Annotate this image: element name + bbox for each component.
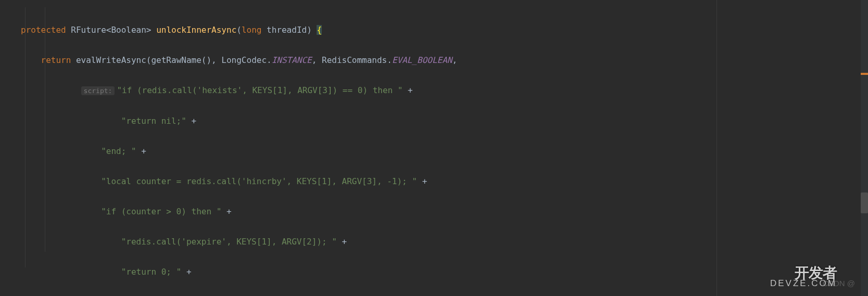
string-literal: "return 0; " xyxy=(121,267,182,277)
method-getrawname: getRawName xyxy=(151,55,201,65)
string-literal: "redis.call('pexpire', KEYS[1], ARGV[2])… xyxy=(121,237,337,247)
code-line[interactable]: script:"if (redis.call('hexists', KEYS[1… xyxy=(21,83,868,98)
parameter-hint-script: script: xyxy=(81,86,115,95)
string-literal: "end; " xyxy=(101,146,136,156)
keyword-long: long xyxy=(242,25,262,35)
code-line[interactable]: protected RFuture<Boolean> unlockInnerAs… xyxy=(21,22,868,37)
method-unlockinnerasync: unlockInnerAsync xyxy=(156,25,236,35)
param-threadid: threadId xyxy=(267,25,307,35)
minimap-scrollbar[interactable] xyxy=(861,0,868,296)
field-instance: INSTANCE xyxy=(272,55,312,65)
string-literal: "if (counter > 0) then " xyxy=(101,207,221,216)
type-rfuture: RFuture xyxy=(71,25,106,35)
code-line[interactable]: "redis.call('pexpire', KEYS[1], ARGV[2])… xyxy=(21,234,868,249)
keyword-return: return xyxy=(41,55,71,65)
string-literal: "if (redis.call('hexists', KEYS[1], ARGV… xyxy=(117,85,402,95)
type-boolean: Boolean xyxy=(111,25,146,35)
code-line[interactable]: "end; " + xyxy=(21,144,868,159)
code-line[interactable]: return evalWriteAsync(getRawName(), Long… xyxy=(21,53,868,68)
code-editor[interactable]: protected RFuture<Boolean> unlockInnerAs… xyxy=(0,0,868,296)
code-line[interactable]: "local counter = redis.call('hincrby', K… xyxy=(21,174,868,189)
method-evalwriteasync: evalWriteAsync xyxy=(76,55,146,65)
string-literal: "return nil;" xyxy=(121,116,186,126)
watermark-logo-sub: DEVZE.COM xyxy=(770,276,837,291)
code-line[interactable]: "return nil;" + xyxy=(21,113,868,128)
code-line[interactable]: "return 0; " + xyxy=(21,264,868,279)
code-line[interactable]: "if (counter > 0) then " + xyxy=(21,204,868,219)
field-evalboolean: EVAL_BOOLEAN xyxy=(392,55,452,65)
class-longcodec: LongCodec xyxy=(221,55,267,65)
string-literal: "local counter = redis.call('hincrby', K… xyxy=(101,176,417,186)
brace-open-highlight: { xyxy=(317,25,322,35)
keyword-protected: protected xyxy=(21,25,66,35)
class-rediscommands: RedisCommands xyxy=(322,55,387,65)
minimap-marker xyxy=(861,73,868,75)
scrollbar-thumb[interactable] xyxy=(861,192,868,213)
